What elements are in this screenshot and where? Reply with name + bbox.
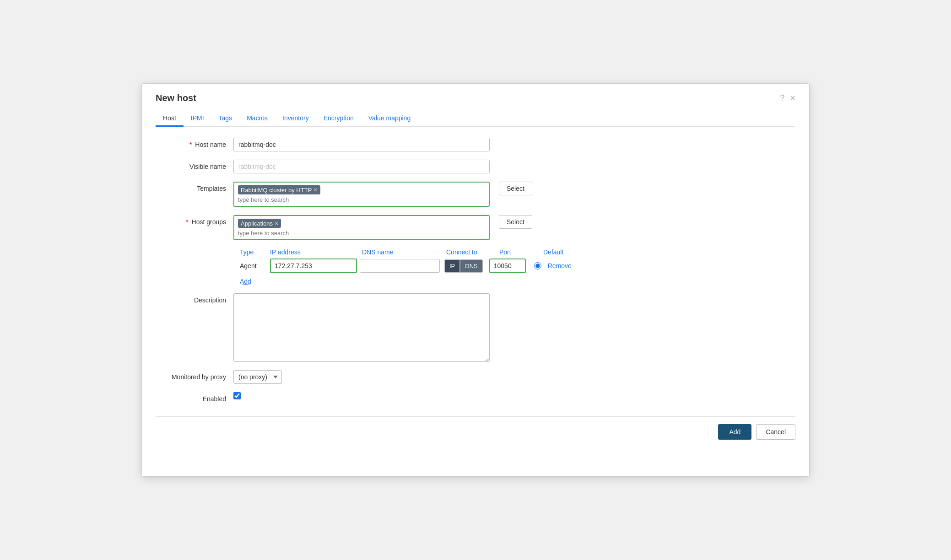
add-interface-container: Add — [160, 278, 791, 285]
description-label: Description — [160, 293, 233, 304]
interfaces-section: Type IP address DNS name Connect to Port… — [160, 248, 791, 285]
interfaces-columns-header: Type IP address DNS name Connect to Port… — [160, 248, 791, 256]
host-group-tag-remove[interactable]: × — [275, 220, 278, 227]
visible-name-row: Visible name — [160, 160, 791, 173]
template-tag-label: RabbitMQ cluster by HTTP — [241, 187, 312, 194]
col-default-header: Default — [543, 248, 580, 256]
cancel-button[interactable]: Cancel — [756, 424, 795, 440]
templates-search-input[interactable] — [238, 196, 485, 203]
new-host-dialog: New host ? × Host IPMI Tags Macros Inven… — [141, 83, 810, 477]
tab-ipmi[interactable]: IPMI — [184, 111, 211, 127]
interface-type: Agent — [240, 262, 267, 269]
dialog-header: New host ? × — [156, 93, 795, 103]
visible-name-label: Visible name — [160, 160, 233, 170]
col-connect-header: Connect to — [446, 248, 497, 256]
help-icon[interactable]: ? — [780, 93, 784, 103]
col-dns-header: DNS name — [362, 248, 443, 256]
connect-to-group: IP DNS — [444, 259, 483, 273]
monitored-by-proxy-label: Monitored by proxy — [160, 370, 233, 381]
host-groups-tags: Applications × — [238, 219, 485, 228]
close-icon[interactable]: × — [790, 93, 795, 103]
host-name-input[interactable] — [233, 138, 490, 151]
description-textarea[interactable] — [233, 293, 490, 362]
tab-value-mapping[interactable]: Value mapping — [361, 111, 418, 127]
host-name-required: * — [189, 141, 192, 148]
col-type-header: Type — [240, 248, 267, 256]
templates-label: Templates — [160, 182, 233, 192]
tab-encryption[interactable]: Encryption — [316, 111, 361, 127]
host-group-tag: Applications × — [238, 219, 281, 228]
default-radio-group — [534, 262, 541, 269]
remove-interface-link[interactable]: Remove — [548, 262, 572, 269]
add-button[interactable]: Add — [718, 424, 751, 440]
tabs: Host IPMI Tags Macros Inventory Encrypti… — [156, 111, 795, 127]
col-port-header: Port — [499, 248, 540, 256]
host-name-row: * Host name — [160, 138, 791, 151]
dialog-footer: Add Cancel — [156, 416, 795, 440]
col-ip-header: IP address — [270, 248, 359, 256]
host-groups-label: * Host groups — [160, 215, 233, 226]
description-row: Description — [160, 293, 791, 362]
host-groups-multiselect[interactable]: Applications × — [233, 215, 490, 240]
host-group-tag-label: Applications — [241, 220, 273, 227]
templates-row: Templates RabbitMQ cluster by HTTP × Sel… — [160, 182, 791, 207]
tab-tags[interactable]: Tags — [211, 111, 240, 127]
enabled-checkbox[interactable] — [233, 392, 241, 399]
port-input[interactable] — [489, 258, 526, 273]
interface-row: Agent IP DNS Remove — [160, 258, 791, 273]
host-groups-select-button[interactable]: Select — [499, 215, 532, 229]
tab-macros[interactable]: Macros — [239, 111, 275, 127]
templates-select-button[interactable]: Select — [499, 182, 532, 195]
connect-ip-button[interactable]: IP — [444, 259, 460, 273]
dialog-controls: ? × — [780, 93, 795, 103]
tab-host[interactable]: Host — [156, 111, 184, 127]
connect-dns-button[interactable]: DNS — [460, 259, 482, 273]
dialog-title: New host — [156, 93, 196, 103]
templates-tags: RabbitMQ cluster by HTTP × — [238, 185, 485, 194]
template-tag-remove[interactable]: × — [313, 186, 317, 194]
template-tag: RabbitMQ cluster by HTTP × — [238, 185, 320, 194]
monitored-by-proxy-row: Monitored by proxy (no proxy) — [160, 370, 791, 384]
enabled-label: Enabled — [160, 392, 233, 403]
templates-multiselect[interactable]: RabbitMQ cluster by HTTP × — [233, 182, 490, 207]
form-body: * Host name Visible name Templates Rabbi… — [156, 138, 795, 403]
host-groups-row: * Host groups Applications × Select — [160, 215, 791, 240]
dns-name-input[interactable] — [360, 259, 440, 273]
host-groups-required: * — [186, 218, 188, 226]
tab-inventory[interactable]: Inventory — [275, 111, 316, 127]
visible-name-input[interactable] — [233, 160, 490, 173]
proxy-select[interactable]: (no proxy) — [233, 370, 282, 384]
ip-address-input[interactable] — [270, 258, 357, 273]
enabled-row: Enabled — [160, 392, 791, 403]
default-radio[interactable] — [534, 262, 541, 269]
host-name-label: * Host name — [160, 138, 233, 148]
host-groups-search-input[interactable] — [238, 230, 485, 237]
add-interface-link[interactable]: Add — [240, 278, 251, 285]
